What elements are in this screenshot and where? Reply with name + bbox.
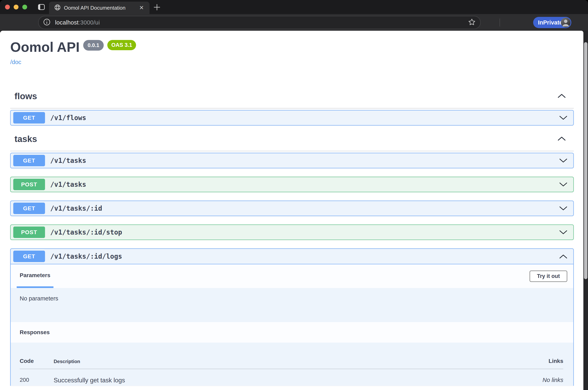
section-header-tasks[interactable]: tasks (10, 134, 574, 151)
zoom-window-button[interactable] (22, 5, 27, 9)
toolbar-divider (500, 18, 500, 27)
scrollbar-track[interactable] (583, 31, 588, 390)
operation-get-v1-tasks-id[interactable]: GET /v1/tasks/:id (10, 201, 574, 216)
table-row: 200 Successfully get task logs No links (20, 369, 563, 384)
tab-title: Oomol API Documentation (64, 5, 134, 11)
site-info-icon[interactable] (43, 18, 51, 27)
tab-parameters[interactable]: Parameters (17, 264, 53, 288)
favorite-star-icon[interactable] (468, 18, 476, 27)
operation-path: /v1/tasks/:id/stop (50, 228, 122, 236)
browser-tab[interactable]: Oomol API Documentation ✕ (49, 1, 150, 14)
method-badge: GET (13, 251, 45, 262)
operation-path: /v1/tasks (50, 181, 86, 188)
section-tasks: tasks GET /v1/tasks POST /v1/tasks (10, 134, 574, 386)
section-title: tasks (14, 134, 37, 144)
operation-get-v1-flows[interactable]: GET /v1/flows (10, 110, 574, 126)
section-flows: flows GET /v1/flows (10, 91, 574, 126)
scrollbar-thumb[interactable] (584, 42, 588, 279)
chevron-down-icon[interactable] (559, 182, 567, 187)
version-badge: 0.0.1 (83, 40, 104, 50)
response-links: No links (511, 377, 563, 383)
inprivate-label: InPrivate (538, 19, 563, 26)
chevron-up-icon[interactable] (559, 254, 567, 259)
responses-table: Code Description Links 200 Successfully … (11, 342, 573, 384)
api-info: Oomol API 0.0.1 OAS 3.1 /doc (10, 31, 574, 65)
method-badge: GET (13, 155, 45, 166)
operation-post-v1-tasks[interactable]: POST /v1/tasks (10, 177, 574, 192)
method-badge: POST (13, 227, 45, 238)
responses-table-header: Code Description Links (20, 358, 563, 369)
header-description: Description (54, 359, 511, 364)
oas-badge: OAS 3.1 (107, 40, 136, 50)
browser-toolbar: localhost:3000/ui InPrivat (0, 14, 588, 31)
responses-title: Responses (20, 329, 50, 336)
chevron-up-icon[interactable] (558, 136, 566, 142)
operation-path: /v1/tasks/:id/logs (50, 252, 122, 260)
chevron-down-icon[interactable] (559, 116, 567, 120)
doc-link[interactable]: /doc (10, 59, 21, 65)
workspaces-icon[interactable] (38, 3, 45, 11)
try-it-out-button[interactable]: Try it out (530, 271, 567, 282)
tab-strip: Oomol API Documentation ✕ (0, 0, 588, 14)
section-header-flows[interactable]: flows (10, 91, 574, 108)
operation-path: /v1/flows (50, 114, 86, 122)
minimize-window-button[interactable] (14, 5, 18, 9)
operation-header[interactable]: GET /v1/tasks/:id/logs (11, 249, 573, 264)
header-links: Links (511, 358, 563, 364)
header-code: Code (20, 358, 54, 364)
browser-window: Oomol API Documentation ✕ (0, 0, 588, 390)
chevron-down-icon[interactable] (559, 158, 567, 163)
address-bar[interactable]: localhost:3000/ui (38, 16, 481, 29)
response-description: Successfully get task logs (54, 377, 511, 384)
globe-icon (54, 4, 61, 11)
operation-get-v1-tasks[interactable]: GET /v1/tasks (10, 153, 574, 168)
chevron-down-icon[interactable] (559, 230, 567, 235)
web-content: Oomol API 0.0.1 OAS 3.1 /doc flows GET /… (0, 31, 583, 390)
operation-post-v1-tasks-id-stop[interactable]: POST /v1/tasks/:id/stop (10, 225, 574, 240)
method-badge: POST (13, 179, 45, 190)
section-title: flows (14, 91, 37, 101)
operation-path: /v1/tasks/:id (50, 204, 102, 212)
parameters-body: No parameters (11, 288, 573, 322)
operation-path: /v1/tasks (50, 157, 86, 164)
responses-header: Responses (11, 322, 573, 342)
chevron-up-icon[interactable] (558, 94, 566, 99)
tab-close-icon[interactable]: ✕ (138, 5, 146, 11)
no-parameters-text: No parameters (20, 295, 58, 302)
method-badge: GET (13, 112, 45, 124)
method-badge: GET (13, 203, 45, 214)
inprivate-badge[interactable]: InPrivate (533, 17, 571, 28)
url-text: localhost:3000/ui (55, 19, 468, 26)
profile-avatar-icon (561, 18, 571, 27)
new-tab-button[interactable] (153, 3, 161, 12)
response-code: 200 (20, 377, 54, 383)
operation-tab-bar: Parameters Try it out (11, 264, 573, 288)
close-window-button[interactable] (5, 5, 10, 9)
operation-get-v1-tasks-id-logs: GET /v1/tasks/:id/logs Parameters Try it… (10, 248, 574, 386)
chevron-down-icon[interactable] (559, 206, 567, 211)
page-title: Oomol API (10, 40, 80, 54)
